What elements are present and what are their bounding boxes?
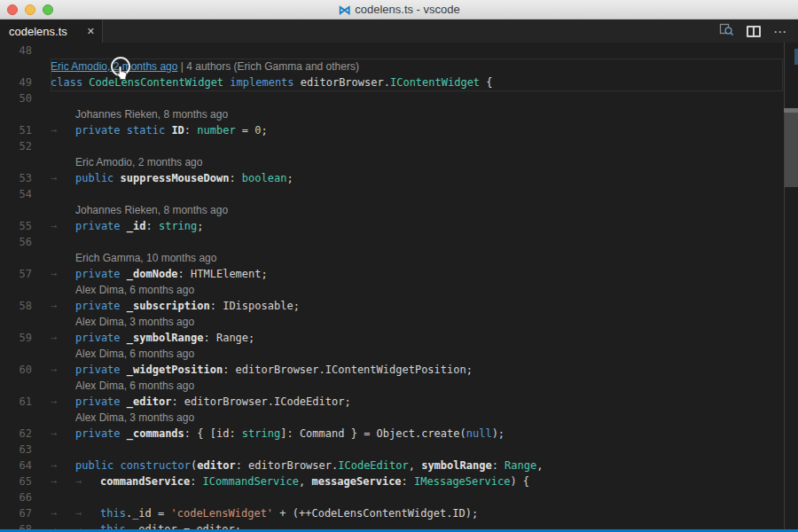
code-content: →public constructor(editor: editorBrowse…: [32, 458, 543, 473]
code-row[interactable]: 52: [0, 138, 798, 154]
code-row[interactable]: 51→private static ID: number = 0;: [0, 122, 798, 138]
code-row[interactable]: 66: [0, 489, 798, 505]
code-row[interactable]: 64→public constructor(editor: editorBrow…: [0, 458, 798, 473]
codelens-content: Erich Gamma, 10 months ago: [32, 250, 216, 266]
code-token: :: [402, 475, 414, 488]
tab-whitespace-icon: →: [51, 394, 75, 410]
minimize-window-button[interactable]: [25, 4, 35, 15]
line-number[interactable]: 63: [0, 442, 32, 458]
line-number[interactable]: 62: [0, 426, 32, 442]
tab-label: codelens.ts: [9, 25, 82, 38]
code-token: ,: [299, 475, 311, 488]
code-token: : editorBrowser.IContentWidgetPosition;: [223, 364, 473, 376]
code-token: public: [75, 172, 121, 184]
line-number[interactable]: 49: [0, 74, 32, 90]
code-token: string: [242, 427, 280, 440]
line-number[interactable]: 58: [0, 298, 32, 314]
zoom-window-button[interactable]: [43, 4, 53, 15]
code-row[interactable]: 60→private _widgetPosition: editorBrowse…: [0, 362, 798, 378]
codelens-text: Alex Dima, 3 months ago: [75, 411, 194, 424]
code-row[interactable]: 62→private _commands: { [id: string]: Co…: [0, 426, 798, 442]
split-editor-icon[interactable]: [747, 26, 761, 37]
tab-whitespace-icon: →: [51, 218, 75, 234]
editor[interactable]: 48Eric Amodio, 2 months ago | 4 authors …: [0, 43, 798, 532]
code-content: →private _commands: { [id: string]: Comm…: [32, 426, 505, 442]
code-content: [32, 442, 51, 458]
line-number[interactable]: 67: [0, 505, 32, 521]
code-row[interactable]: 61→private _editor: editorBrowser.ICodeE…: [0, 394, 798, 410]
code-token: :: [145, 220, 158, 232]
line-number[interactable]: 48: [0, 43, 32, 59]
code-row[interactable]: 50: [0, 90, 798, 106]
scrollbar-thumb[interactable]: [785, 113, 798, 187]
code-row[interactable]: 55→private _id: string;: [0, 218, 798, 234]
line-number[interactable]: 59: [0, 330, 32, 346]
line-number[interactable]: 64: [0, 458, 32, 473]
codelens-author-link[interactable]: Eric Amodio, 2 months ago: [51, 60, 177, 73]
codelens-text: Erich Gamma, 10 months ago: [75, 252, 216, 264]
code-content: →public suppressMouseDown: boolean;: [32, 170, 293, 186]
line-number[interactable]: 56: [0, 234, 32, 250]
code-row[interactable]: 56: [0, 234, 798, 250]
line-number[interactable]: 65: [0, 473, 32, 489]
line-number: [0, 314, 32, 330]
code-row[interactable]: 59→private _symbolRange: Range;: [0, 330, 798, 346]
code-token: 0: [254, 124, 261, 137]
line-number[interactable]: 52: [0, 138, 32, 154]
code-content: →private _widgetPosition: editorBrowser.…: [32, 362, 473, 378]
line-number[interactable]: 51: [0, 122, 32, 138]
code-row[interactable]: 65→→commandService: ICommandService, mes…: [0, 473, 798, 489]
code-content: →private _symbolRange: Range;: [32, 330, 254, 346]
codelens-row[interactable]: Alex Dima, 6 months ago: [0, 282, 798, 298]
code-content: →private _id: string;: [32, 218, 204, 234]
codelens-row[interactable]: Eric Amodio, 2 months ago: [0, 154, 798, 170]
codelens-row[interactable]: Alex Dima, 6 months ago: [0, 346, 798, 362]
code-token: IMessageService: [414, 475, 510, 488]
line-number[interactable]: 55: [0, 218, 32, 234]
close-window-button[interactable]: [7, 4, 18, 15]
open-preview-icon[interactable]: [719, 22, 734, 40]
code-token: CodeLensContentWidget: [89, 76, 230, 89]
code-token: {: [480, 76, 492, 89]
line-number[interactable]: 66: [0, 489, 32, 505]
codelens-row[interactable]: Alex Dima, 3 months ago: [0, 314, 798, 330]
code-row[interactable]: 58→private _subscription: IDisposable;: [0, 298, 798, 314]
code-token: _commands: [127, 427, 184, 440]
tab-whitespace-icon: →: [51, 473, 75, 489]
codelens-row[interactable]: Erich Gamma, 10 months ago: [0, 250, 798, 266]
code-row[interactable]: 67→→this._id = 'codeLensWidget' + (++Cod…: [0, 505, 798, 521]
codelens-content: Alex Dima, 6 months ago: [32, 282, 194, 298]
tab-close-icon[interactable]: ✕: [82, 26, 95, 37]
line-number[interactable]: 50: [0, 90, 32, 106]
tab-codelens-ts[interactable]: codelens.ts ✕: [0, 20, 103, 43]
vscode-window: ⋈ codelens.ts - vscode codelens.ts ✕ ⋯ 4…: [0, 0, 798, 532]
code-token: :: [229, 172, 241, 184]
codelens-row[interactable]: Alex Dima, 6 months ago: [0, 378, 798, 394]
codelens-row[interactable]: Johannes Rieken, 8 months ago: [0, 202, 798, 218]
tab-whitespace-icon: →: [51, 170, 75, 186]
code-row[interactable]: 54: [0, 186, 798, 202]
line-number: [0, 59, 32, 74]
line-number[interactable]: 61: [0, 394, 32, 410]
code-row[interactable]: 53→public suppressMouseDown: boolean;: [0, 170, 798, 186]
line-number: [0, 250, 32, 266]
code-token: Range: [505, 459, 536, 472]
code-token: : HTMLElement;: [178, 268, 268, 280]
more-actions-icon[interactable]: ⋯: [773, 26, 787, 37]
code-row[interactable]: 57→private _domNode: HTMLElement;: [0, 266, 798, 282]
line-number[interactable]: 57: [0, 266, 32, 282]
code-token: ,: [536, 459, 543, 472]
codelens-row[interactable]: Alex Dima, 3 months ago: [0, 410, 798, 426]
tab-whitespace-icon: →: [75, 473, 100, 489]
code-token: editorBrowser.: [301, 76, 390, 89]
line-number[interactable]: 53: [0, 170, 32, 186]
line-number: [0, 346, 32, 362]
line-number[interactable]: 60: [0, 362, 32, 378]
line-number: [0, 282, 32, 298]
code-row[interactable]: 48: [0, 43, 798, 59]
codelens-row[interactable]: Eric Amodio, 2 months ago | 4 authors (E…: [0, 59, 798, 74]
code-row[interactable]: 63: [0, 442, 798, 458]
code-row[interactable]: 49class CodeLensContentWidget implements…: [0, 74, 798, 90]
codelens-row[interactable]: Johannes Rieken, 8 months ago: [0, 106, 798, 122]
line-number[interactable]: 54: [0, 186, 32, 202]
